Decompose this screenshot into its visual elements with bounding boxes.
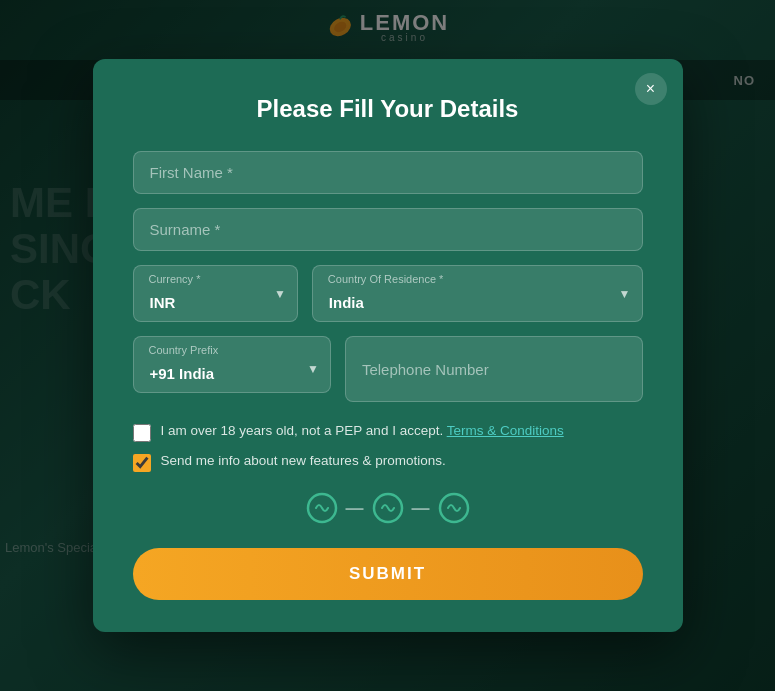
- surname-group: [133, 208, 643, 251]
- modal-title: Please Fill Your Details: [133, 95, 643, 123]
- surname-input[interactable]: [133, 208, 643, 251]
- step2-icon: [372, 492, 404, 524]
- promotions-checkbox[interactable]: [133, 454, 151, 472]
- first-name-group: [133, 151, 643, 194]
- first-name-input[interactable]: [133, 151, 643, 194]
- currency-select[interactable]: INR USD EUR: [133, 265, 298, 322]
- phone-number-wrapper: [345, 336, 643, 402]
- steps-row: — —: [133, 492, 643, 524]
- terms-link[interactable]: Terms & Conditions: [447, 423, 564, 438]
- submit-button[interactable]: SUBMIT: [133, 548, 643, 600]
- step-dash-2: —: [412, 498, 430, 519]
- promotions-checkbox-label[interactable]: Send me info about new features & promot…: [161, 452, 446, 471]
- phone-prefix-wrapper: Country Prefix +91 India +1 USA +44 UK ▼: [133, 336, 331, 402]
- currency-country-row: Currency * INR USD EUR ▼ Country Of Resi…: [133, 265, 643, 322]
- modal-overlay: × Please Fill Your Details Currency * IN…: [0, 0, 775, 691]
- modal-dialog: × Please Fill Your Details Currency * IN…: [93, 59, 683, 632]
- phone-prefix-select[interactable]: +91 India +1 USA +44 UK: [133, 336, 331, 393]
- step-dash-1: —: [346, 498, 364, 519]
- step3-icon: [438, 492, 470, 524]
- currency-wrapper: Currency * INR USD EUR ▼: [133, 265, 298, 322]
- checkbox1-row: I am over 18 years old, not a PEP and I …: [133, 422, 643, 442]
- checkbox2-row: Send me info about new features & promot…: [133, 452, 643, 472]
- country-of-residence-wrapper: Country Of Residence * India United Stat…: [312, 265, 643, 322]
- close-button[interactable]: ×: [635, 73, 667, 105]
- phone-number-input[interactable]: [345, 336, 643, 402]
- age-checkbox-label[interactable]: I am over 18 years old, not a PEP and I …: [161, 422, 564, 441]
- phone-row: Country Prefix +91 India +1 USA +44 UK ▼: [133, 336, 643, 402]
- country-of-residence-select[interactable]: India United States United Kingdom: [312, 265, 643, 322]
- step1-icon: [306, 492, 338, 524]
- age-checkbox[interactable]: [133, 424, 151, 442]
